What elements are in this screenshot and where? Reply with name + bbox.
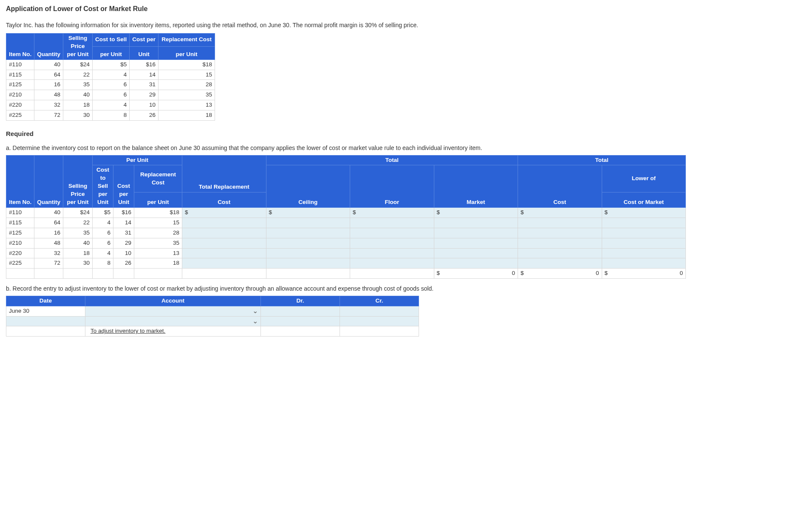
cell-cts: 8: [93, 110, 130, 121]
floor-input[interactable]: [353, 229, 431, 237]
dr-input[interactable]: [263, 317, 337, 325]
lower-input[interactable]: [605, 260, 683, 267]
total-replacement-input[interactable]: [185, 219, 263, 226]
cell-qty: 32: [34, 248, 63, 258]
market-input[interactable]: [437, 260, 515, 267]
lower-input[interactable]: [609, 209, 683, 216]
cost-input[interactable]: [521, 240, 599, 247]
cell-sp: 22: [63, 70, 93, 80]
cell-rc: 18: [134, 258, 182, 269]
blank-cell: [350, 269, 434, 279]
market-input[interactable]: [437, 240, 515, 247]
cost-input[interactable]: [521, 260, 599, 267]
blank-cell: [93, 269, 113, 279]
floor-input[interactable]: [353, 249, 431, 257]
total-replacement-input[interactable]: [190, 209, 263, 216]
cell-item: #110: [6, 59, 34, 70]
footnote-text: To adjust inventory to market.: [88, 327, 168, 335]
cell-cts: 6: [93, 90, 130, 100]
cell-sp: 40: [63, 90, 93, 100]
market-input[interactable]: [437, 229, 515, 237]
lower-input[interactable]: [605, 219, 683, 226]
blank-cell: [34, 269, 63, 279]
journal-dr: [261, 306, 340, 316]
floor-input[interactable]: [353, 219, 431, 226]
ceiling-input[interactable]: [269, 240, 348, 247]
cell-lower: [602, 218, 686, 228]
cost-input[interactable]: [521, 249, 599, 257]
lower-input[interactable]: [605, 240, 683, 247]
journal-row: June 30⌄: [6, 306, 419, 316]
ceiling-input[interactable]: [269, 229, 348, 237]
cell-total-replacement: [182, 218, 266, 228]
journal-footnote: To adjust inventory to market.: [85, 326, 261, 337]
col2-lower-of: Lower of: [632, 175, 656, 181]
cell-cpu: 26: [130, 110, 159, 121]
cell-total-replacement: $: [182, 207, 266, 218]
cell-ceiling: [266, 258, 350, 269]
dollar-sign: $: [605, 209, 608, 217]
ceiling-input[interactable]: [269, 219, 348, 226]
cell-item: #125: [6, 80, 34, 90]
total-replacement-input[interactable]: [185, 260, 263, 267]
total-replacement-input[interactable]: [185, 229, 263, 237]
cell-ceiling: [266, 238, 350, 248]
table-row: #210484062935: [6, 238, 686, 248]
cell-floor: [350, 258, 434, 269]
table-row: #11040$24$5$16$18$$$$$$: [6, 207, 686, 218]
page-title: Application of Lower of Cost or Market R…: [6, 4, 781, 14]
col-selling-price: Selling Price per Unit: [67, 35, 89, 57]
cost-input[interactable]: [521, 219, 599, 226]
col2-replacement: Replacement Cost: [140, 171, 176, 186]
required-heading: Required: [6, 129, 781, 138]
cost-input[interactable]: [526, 209, 599, 216]
cell-cts: 4: [93, 248, 113, 258]
chevron-down-icon: ⌄: [252, 319, 258, 323]
ceiling-input[interactable]: [269, 249, 348, 257]
ceiling-input[interactable]: [269, 260, 348, 267]
cell-qty: 48: [34, 90, 63, 100]
ceiling-input[interactable]: [274, 209, 347, 216]
cell-cost: [518, 258, 602, 269]
total-lower: $0: [602, 269, 686, 279]
lower-input[interactable]: [605, 249, 683, 257]
table-row: #225723082618: [6, 110, 215, 121]
floor-input[interactable]: [353, 260, 431, 267]
blank-cell: [182, 269, 266, 279]
cell-cts: $5: [93, 207, 113, 218]
cell-sp: 18: [63, 248, 93, 258]
cell-cost: [518, 218, 602, 228]
cell-cpu: $16: [130, 59, 159, 70]
col2-total-replacement-sub: Cost: [218, 199, 230, 205]
market-input[interactable]: [442, 209, 515, 216]
lower-input[interactable]: [605, 229, 683, 237]
cr-input[interactable]: [343, 307, 416, 314]
col-cost-to-sell: Cost to Sell: [95, 36, 127, 42]
cell-total-replacement: [182, 238, 266, 248]
cell-item: #115: [6, 70, 34, 80]
date-input[interactable]: [9, 317, 82, 325]
dr-input[interactable]: [263, 307, 337, 314]
journal-account[interactable]: ⌄: [85, 316, 261, 326]
col-replacement-sub: per Unit: [176, 51, 198, 57]
total-replacement-input[interactable]: [185, 249, 263, 257]
journal-account[interactable]: ⌄: [85, 306, 261, 316]
cell-floor: [350, 248, 434, 258]
journal-dr: [261, 316, 340, 326]
cell-lower: [602, 238, 686, 248]
cell-cost: [518, 228, 602, 238]
blank-cell: [340, 326, 419, 337]
cell-cts: 4: [93, 100, 130, 110]
col2-replacement-sub: per Unit: [147, 199, 169, 205]
total-replacement-input[interactable]: [185, 240, 263, 247]
floor-input[interactable]: [353, 240, 431, 247]
cr-input[interactable]: [343, 317, 416, 325]
floor-input[interactable]: [358, 209, 431, 216]
market-input[interactable]: [437, 249, 515, 257]
cell-rc: $18: [134, 207, 182, 218]
market-input[interactable]: [437, 219, 515, 226]
cost-input[interactable]: [521, 229, 599, 237]
cell-sp: 40: [63, 238, 93, 248]
cell-cpu: $16: [113, 207, 134, 218]
col3-dr: Dr.: [296, 297, 304, 304]
